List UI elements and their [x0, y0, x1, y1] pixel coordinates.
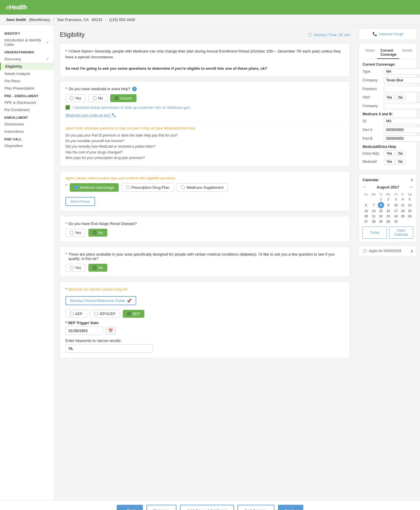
medicaid-cov-label: Medicaid: — [363, 160, 382, 164]
medical-conditions-question: * There are plans available in your area… — [65, 252, 344, 261]
check-icon: ✓ — [46, 40, 49, 45]
keyword-input[interactable] — [65, 344, 153, 353]
cal-day[interactable]: 16 — [384, 208, 393, 214]
tab-notes[interactable]: Notes — [363, 47, 377, 59]
sidebar-item-pre-enrollment[interactable]: Pre Enrollment — [0, 106, 54, 113]
medicaid-no[interactable]: No — [88, 94, 107, 102]
ep-sep[interactable]: SEP — [123, 310, 144, 318]
cal-day[interactable]: 23 — [384, 214, 393, 219]
medicaid-no-btn[interactable]: No — [396, 159, 405, 165]
election-period-guide-button[interactable]: Election Period Reference Guide 🚀 — [65, 296, 136, 305]
cal-day[interactable]: 20 — [363, 214, 370, 219]
sidebar-item-discovery[interactable]: Discovery ✓ — [0, 55, 54, 63]
next-button[interactable]: Next › — [278, 505, 303, 510]
sidebar-item-disclosures[interactable]: Disclosures — [0, 120, 54, 128]
calendar-next-button[interactable]: → — [409, 184, 413, 190]
cal-day[interactable]: 24 — [393, 214, 400, 219]
cal-day[interactable]: 19 — [406, 208, 413, 214]
sidebar-item-ppe-disclosures[interactable]: PPE & Disclosures — [0, 99, 54, 106]
back-button[interactable]: ‹ Back — [117, 505, 143, 510]
cal-day[interactable]: 4 — [399, 197, 406, 202]
calendar-collapse-button[interactable]: ∨ — [410, 177, 413, 182]
cal-day[interactable]: 25 — [399, 214, 406, 219]
cal-day[interactable]: 22 — [378, 214, 384, 219]
cal-day[interactable]: 7 — [370, 202, 378, 208]
tab-needs[interactable]: Needs — [399, 47, 415, 59]
sidebar-item-needs-analysis[interactable]: Needs Analysis — [0, 70, 54, 77]
today-button[interactable]: Today — [363, 226, 387, 239]
company2-input[interactable] — [384, 103, 420, 109]
cal-day[interactable]: 31 — [393, 219, 400, 224]
product-medicare-supplement[interactable]: Medicare Supplement — [177, 183, 228, 192]
cal-day[interactable]: 13 — [363, 208, 370, 214]
cal-day[interactable]: 12 — [406, 202, 413, 208]
verbal-permission-row: I received verbal permission to look up … — [65, 105, 344, 110]
medicare-lookup-link[interactable]: Medicare.gov Look-up tool 🔧 — [65, 113, 116, 117]
cal-day[interactable]: 10 — [393, 202, 400, 208]
cal-day[interactable]: 2 — [384, 197, 393, 202]
medicaid-yes[interactable]: Yes — [65, 94, 85, 102]
product-type-card: Agent, please select product type and co… — [60, 171, 350, 212]
add-second-applicant-button[interactable]: Add Second Applicant — [180, 505, 234, 510]
id-input[interactable] — [384, 118, 420, 124]
premium-input[interactable] — [384, 86, 420, 92]
dont-know-button[interactable]: Don't Know — [65, 197, 95, 206]
product-prescription-drug[interactable]: Prescription Drug Plan — [122, 183, 174, 192]
cal-day[interactable]: 21 — [370, 214, 378, 219]
cal-day[interactable]: 29 — [378, 219, 384, 224]
esrd-no[interactable]: No — [88, 229, 107, 237]
ep-iep-icep[interactable]: IEP/ICEP — [90, 310, 120, 318]
cal-day[interactable]: 11 — [399, 202, 406, 208]
pdp-no-btn[interactable]: No — [396, 95, 405, 100]
rescope-button[interactable]: Rescope — [146, 505, 176, 510]
cal-day-today[interactable]: 8 — [378, 202, 384, 208]
pdp-yes-btn[interactable]: Yes — [384, 95, 395, 100]
cal-day[interactable]: 17 — [393, 208, 400, 214]
cal-day[interactable]: 14 — [370, 208, 378, 214]
cal-day[interactable]: 28 — [370, 219, 378, 224]
cal-day[interactable]: 6 — [363, 202, 370, 208]
sidebar-item-plan-presentation[interactable]: Plan Presentation — [0, 85, 54, 92]
cal-day[interactable]: 27 — [363, 219, 370, 224]
cal-day[interactable]: 30 — [384, 219, 393, 224]
cal-day[interactable]: 15 — [378, 208, 384, 214]
esrd-yes[interactable]: Yes — [65, 229, 85, 237]
part-b-label: Part B: — [363, 137, 382, 141]
cal-day[interactable]: 9 — [384, 202, 393, 208]
appts-collapse-button[interactable]: ∧ — [410, 249, 413, 253]
cal-day[interactable]: 1 — [378, 197, 384, 202]
product-options: * Medicare Advantage Prescription Drug P… — [65, 183, 344, 192]
sidebar-item-pre-reco[interactable]: Pre Reco — [0, 77, 54, 85]
type-input[interactable] — [384, 68, 420, 75]
part-b-input[interactable] — [384, 135, 420, 142]
help-icon-medicaid[interactable]: ? — [132, 87, 137, 91]
sep-trigger-date-input[interactable] — [65, 326, 103, 335]
cal-day[interactable]: 26 — [406, 214, 413, 219]
product-medicare-advantage[interactable]: Medicare Advantage — [70, 183, 119, 192]
calendar-date-picker-button[interactable]: 📅 — [106, 327, 116, 335]
sidebar-item-eligibility[interactable]: Eligibility — [0, 63, 54, 70]
sidebar-item-intro-identify[interactable]: Introduction & Identify Caller ✓ — [0, 36, 54, 48]
medical-no[interactable]: No — [88, 264, 107, 272]
cal-day[interactable]: 18 — [399, 208, 406, 214]
part-a-input[interactable] — [384, 127, 420, 133]
end-session-button[interactable]: End Session — [237, 505, 274, 510]
cal-day[interactable]: 5 — [406, 197, 413, 202]
inbound-script-button[interactable]: 📞 Inbound Script — [363, 32, 413, 36]
required-star-product: * — [65, 183, 67, 192]
calendar-prev-button[interactable]: ← — [363, 184, 367, 190]
open-calendar-button[interactable]: Open Calendar — [389, 226, 413, 239]
company-input[interactable] — [384, 77, 420, 83]
extra-help-yes-btn[interactable]: Yes — [384, 151, 395, 156]
medical-yes[interactable]: Yes — [65, 264, 85, 272]
sidebar-item-instructions[interactable]: Instructions — [0, 128, 54, 135]
sidebar-item-disposition[interactable]: Disposition — [0, 142, 54, 149]
extra-help-no-btn[interactable]: No — [396, 151, 405, 156]
calendar-collapse-row[interactable]: Calendar ∨ — [363, 177, 413, 182]
medicaid-unsure[interactable]: Unsure — [110, 94, 136, 102]
cal-day[interactable]: 3 — [393, 197, 400, 202]
tab-current-coverage[interactable]: Current Coverage — [377, 47, 399, 59]
ep-aep[interactable]: AEP — [65, 310, 87, 318]
verbal-permission-checkbox[interactable] — [65, 105, 70, 110]
medicaid-yes-btn[interactable]: Yes — [384, 159, 395, 165]
